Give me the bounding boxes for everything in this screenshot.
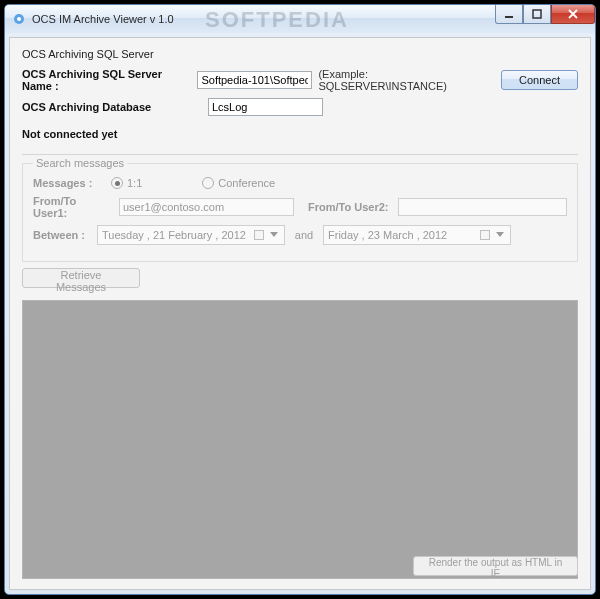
svg-rect-2 [505,16,513,18]
retrieve-row: Retrieve Messages [22,268,578,288]
between-label: Between : [33,229,91,241]
user2-input[interactable] [398,198,567,216]
and-label: and [291,229,317,241]
date-to-picker[interactable]: Friday , 23 March , 2012 [323,225,511,245]
svg-point-1 [17,17,21,21]
window-controls [495,5,595,25]
results-panel [22,300,578,579]
server-name-label: OCS Archiving SQL Server Name : [22,68,191,92]
user1-input[interactable] [119,198,294,216]
user2-label: From/To User2: [308,201,392,213]
separator [22,154,578,155]
svg-rect-3 [533,10,541,18]
search-fieldset: Search messages Messages : 1:1 Conferenc… [22,157,578,262]
database-row: OCS Archiving Database [22,98,578,116]
chevron-down-icon [268,229,280,241]
database-label: OCS Archiving Database [22,101,202,113]
radio-one-to-one[interactable]: 1:1 [111,177,142,189]
server-section-label: OCS Archiving SQL Server [22,48,578,60]
server-name-row: OCS Archiving SQL Server Name : (Example… [22,68,578,92]
maximize-button[interactable] [523,5,551,24]
connection-status: Not connected yet [22,128,578,140]
server-example-text: (Example: SQLSERVER\INSTANCE) [318,68,489,92]
client-area: OCS Archiving SQL Server OCS Archiving S… [9,37,591,590]
connect-button[interactable]: Connect [501,70,578,90]
watermark: SOFTPEDIA [205,7,349,33]
date-check-icon [254,230,264,240]
server-name-input[interactable] [197,71,312,89]
messages-row: Messages : 1:1 Conference [33,177,567,189]
app-icon [11,11,27,27]
radio-icon [111,177,123,189]
render-html-button[interactable]: Render the output as HTML in IE [413,556,578,576]
between-row: Between : Tuesday , 21 February , 2012 a… [33,225,567,245]
messages-label: Messages : [33,177,105,189]
minimize-button[interactable] [495,5,523,24]
radio-one-to-one-label: 1:1 [127,177,142,189]
message-type-radio-group: 1:1 Conference [111,177,275,189]
date-to-text: Friday , 23 March , 2012 [328,229,447,241]
user1-label: From/To User1: [33,195,113,219]
radio-conference[interactable]: Conference [202,177,275,189]
chevron-down-icon [494,229,506,241]
database-input[interactable] [208,98,323,116]
window-title: OCS IM Archive Viewer v 1.0 [32,13,174,25]
date-from-text: Tuesday , 21 February , 2012 [102,229,246,241]
radio-conference-label: Conference [218,177,275,189]
users-row: From/To User1: From/To User2: [33,195,567,219]
search-legend: Search messages [33,157,127,169]
radio-icon [202,177,214,189]
date-check-icon [480,230,490,240]
app-window: OCS IM Archive Viewer v 1.0 SOFTPEDIA OC… [4,4,596,595]
retrieve-button[interactable]: Retrieve Messages [22,268,140,288]
titlebar[interactable]: OCS IM Archive Viewer v 1.0 SOFTPEDIA [5,5,595,33]
close-button[interactable] [551,5,595,24]
date-from-picker[interactable]: Tuesday , 21 February , 2012 [97,225,285,245]
